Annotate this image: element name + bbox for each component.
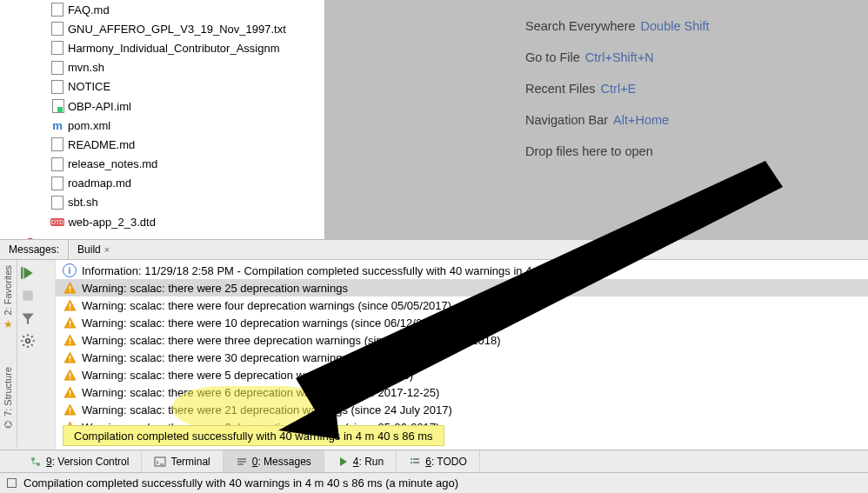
- markdown-file-icon: [50, 177, 64, 190]
- svg-rect-28: [69, 412, 70, 414]
- tree-file-label: pom.xml: [68, 119, 110, 132]
- external-libraries-node[interactable]: ▸ 📚 External Libraries: [0, 233, 324, 239]
- shell-file-icon: [50, 196, 64, 210]
- messages-tabs-row: Messages: Build ×: [0, 239, 868, 260]
- tree-file-label: NOTICE: [68, 80, 110, 93]
- message-warning-row[interactable]: Warning: scalac: there were four depreca…: [56, 296, 868, 314]
- stop-icon[interactable]: [20, 288, 36, 303]
- svg-rect-41: [411, 462, 412, 463]
- svg-rect-1: [21, 267, 23, 279]
- external-libraries-label: External Libraries: [41, 237, 129, 239]
- gear-icon[interactable]: [20, 333, 36, 349]
- message-warning-row[interactable]: Warning: scalac: there were 10 deprecati…: [56, 314, 868, 331]
- svg-rect-15: [69, 337, 70, 342]
- svg-rect-21: [69, 372, 70, 376]
- svg-rect-27: [69, 407, 70, 411]
- messages-tab[interactable]: Messages:: [0, 240, 69, 259]
- run-icon: [337, 456, 349, 468]
- tree-file-item[interactable]: GNU_AFFERO_GPL_V3_19_Nov_1997.txt: [50, 19, 324, 38]
- filter-icon[interactable]: [20, 310, 36, 326]
- svg-rect-39: [411, 458, 412, 460]
- structure-tool[interactable]: ⌬ 7: Structure: [0, 362, 15, 434]
- svg-rect-40: [413, 458, 419, 460]
- left-tool-rail: ★ 2: Favorites ⌬ 7: Structure: [0, 260, 17, 447]
- tree-file-label: roadmap.md: [68, 177, 131, 190]
- info-icon: i: [63, 263, 77, 277]
- tree-file-label: OBP-API.iml: [68, 100, 131, 113]
- message-warning-row[interactable]: Warning: scalac: there were three deprec…: [56, 331, 868, 349]
- warning-icon: [63, 403, 77, 416]
- tree-file-item[interactable]: Harmony_Individual_Contributor_Assignm: [50, 38, 324, 57]
- tree-file-item[interactable]: README.md: [50, 135, 324, 154]
- terminal-tool[interactable]: Terminal: [142, 450, 223, 472]
- svg-rect-16: [69, 343, 70, 344]
- svg-rect-13: [69, 325, 70, 327]
- tree-file-item[interactable]: sbt.sh: [50, 193, 324, 212]
- build-tab[interactable]: Build ×: [69, 240, 118, 259]
- compilation-banner: Compilation completed successfully with …: [63, 425, 444, 446]
- message-warning-row[interactable]: Warning: scalac: there were 30 deprecati…: [56, 349, 868, 366]
- svg-rect-25: [69, 395, 70, 396]
- tree-file-item[interactable]: DTDweb-app_2_3.dtd: [50, 212, 324, 231]
- messages-icon: [236, 456, 248, 468]
- terminal-icon: [154, 456, 166, 468]
- hint-drop-files: Drop files here to open: [525, 144, 653, 158]
- tree-file-label: web-app_2_3.dtd: [68, 216, 155, 229]
- messages-tool[interactable]: 0: Messages: [224, 450, 324, 472]
- tree-file-item[interactable]: OBP-API.iml: [50, 97, 324, 116]
- tree-file-item[interactable]: mpom.xml: [50, 116, 324, 135]
- todo-tool[interactable]: 6: TODO: [397, 450, 480, 472]
- svg-rect-42: [413, 462, 419, 463]
- message-text: Warning: scalac: there were 25 deprecati…: [82, 282, 348, 295]
- svg-rect-35: [237, 458, 246, 460]
- svg-marker-3: [22, 313, 34, 323]
- svg-rect-12: [69, 320, 70, 324]
- message-info-row[interactable]: iInformation: 11/29/18 2:58 PM - Compila…: [56, 262, 868, 279]
- version-control-tool[interactable]: 9: Version Control: [17, 450, 142, 472]
- tree-file-label: sbt.sh: [68, 196, 98, 209]
- books-icon: 📚: [25, 237, 37, 239]
- tree-file-label: GNU_AFFERO_GPL_V3_19_Nov_1997.txt: [68, 23, 286, 36]
- shell-file-icon: [50, 61, 64, 75]
- markdown-file-icon: [50, 41, 64, 55]
- project-tree[interactable]: FAQ.mdGNU_AFFERO_GPL_V3_19_Nov_1997.txtH…: [0, 0, 325, 239]
- tree-file-label: release_notes.md: [68, 157, 157, 170]
- tree-file-item[interactable]: release_notes.md: [50, 155, 324, 174]
- status-text: Compilation completed successfully with …: [23, 476, 458, 490]
- close-icon[interactable]: ×: [104, 244, 110, 255]
- svg-rect-37: [237, 463, 244, 465]
- warning-icon: [63, 316, 77, 330]
- message-text: Warning: scalac: there were four depreca…: [82, 299, 451, 312]
- svg-marker-38: [340, 457, 347, 466]
- message-text: Information: 11/29/18 2:58 PM - Compilat…: [82, 264, 603, 277]
- message-warning-row[interactable]: Warning: scalac: there were 5 deprecatio…: [56, 366, 868, 383]
- star-icon: ★: [2, 318, 14, 330]
- hint-search-everywhere: Search Everywhere Double Shift: [525, 19, 710, 33]
- warning-icon: [63, 333, 77, 347]
- message-text: Warning: scalac: there were three deprec…: [82, 334, 501, 347]
- editor-empty-area[interactable]: Search Everywhere Double Shift Go to Fil…: [325, 0, 868, 239]
- svg-rect-22: [69, 377, 70, 379]
- tree-file-label: mvn.sh: [68, 61, 104, 74]
- tree-file-item[interactable]: mvn.sh: [50, 58, 324, 77]
- iml-file-icon: [50, 99, 64, 113]
- svg-rect-19: [69, 360, 70, 362]
- message-warning-row[interactable]: Warning: scalac: there were 25 deprecati…: [56, 279, 868, 296]
- warning-icon: [63, 368, 77, 382]
- tree-file-item[interactable]: NOTICE: [50, 77, 324, 97]
- favorites-tool[interactable]: ★ 2: Favorites: [0, 260, 16, 336]
- bottom-tool-tabs: 9: Version Control Terminal 0: Messages …: [0, 450, 868, 472]
- rerun-icon[interactable]: [20, 265, 36, 281]
- tree-file-label: FAQ.md: [68, 3, 110, 17]
- message-text: Warning: scalac: there were 30 deprecati…: [82, 351, 419, 364]
- status-icon[interactable]: [7, 478, 17, 488]
- highlight-blob: [172, 386, 329, 430]
- structure-icon: ⌬: [2, 420, 13, 429]
- hint-go-to-file: Go to File Ctrl+Shift+N: [525, 50, 654, 64]
- markdown-file-icon: [50, 137, 64, 151]
- warning-icon: [63, 298, 77, 312]
- tree-file-item[interactable]: roadmap.md: [50, 174, 324, 193]
- run-tool[interactable]: 4: Run: [324, 450, 397, 472]
- tree-file-label: README.md: [68, 138, 135, 151]
- tree-file-item[interactable]: FAQ.md: [50, 0, 324, 19]
